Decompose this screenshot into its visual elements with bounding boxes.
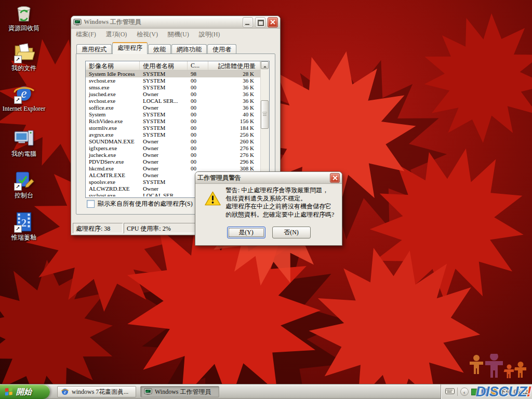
desktop-icon-video-player[interactable]: 2➚惟瑞萋釉 xyxy=(1,211,47,241)
task-label: windows 7花畫面眞... xyxy=(72,388,128,396)
show-all-users-label: 顯示來自所有使用者的處理程序(S) xyxy=(98,200,193,208)
task-manager-icon xyxy=(144,388,152,396)
desktop-icon-my-documents[interactable]: ➚我的文件 xyxy=(1,42,47,72)
menu-item[interactable]: 選項(O) xyxy=(106,30,127,39)
column-header[interactable]: 影像名稱 xyxy=(86,61,140,70)
table-row[interactable]: SOUNDMAN.EXEOwner00260 K xyxy=(86,138,260,145)
task-manager-titlebar[interactable]: Windows 工作管理員 xyxy=(71,16,280,29)
my-computer-icon xyxy=(13,127,35,149)
tab-4[interactable]: 使用者 xyxy=(207,44,236,54)
recycle-bin-icon xyxy=(13,2,35,23)
cell-mem: 40 K xyxy=(208,111,260,118)
column-header[interactable]: 使用者名稱 xyxy=(140,61,188,70)
cell-cpu: 00 xyxy=(188,111,208,118)
show-all-users-checkbox[interactable] xyxy=(87,200,95,208)
desktop-icon-control-panel[interactable]: ➚控制台 xyxy=(1,169,47,199)
cell-cpu: 00 xyxy=(188,125,208,131)
hide-icons-chevron-icon[interactable]: ‹ xyxy=(460,388,469,396)
desktop-icon-internet-explorer[interactable]: e➚Internet Explorer xyxy=(1,82,47,112)
svg-text:2: 2 xyxy=(21,217,27,229)
menu-item[interactable]: 檔案(F) xyxy=(76,30,96,39)
cell-cpu: 00 xyxy=(188,158,208,165)
tray-separator xyxy=(457,388,458,396)
table-row[interactable]: svchost.exeLOCAL SER...0036 K xyxy=(86,98,260,104)
cell-cpu: 00 xyxy=(188,145,208,152)
cell-cpu: 00 xyxy=(188,91,208,98)
task-label: Windows 工作管理員 xyxy=(155,388,211,396)
cell-mem: 36 K xyxy=(208,91,260,98)
column-header[interactable]: 記憶體使用量 xyxy=(208,61,260,70)
menu-item[interactable]: 說明(H) xyxy=(199,30,220,39)
menu-item[interactable]: 關機(U) xyxy=(168,30,189,39)
desktop-icon-label: 惟瑞萋釉 xyxy=(1,234,47,241)
table-row[interactable]: System Idle ProcessSYSTEM9828 K xyxy=(86,71,260,77)
taskbar-task-1[interactable]: Windows 工作管理員 xyxy=(140,386,219,397)
tab-3[interactable]: 網路功能 xyxy=(171,44,207,54)
taskbar-task-0[interactable]: ewindows 7花畫面眞... xyxy=(57,386,136,397)
dialog-close-button[interactable] xyxy=(330,173,340,183)
table-row[interactable]: soffice.exeOwner0036 K xyxy=(86,104,260,111)
table-row[interactable]: igfxpers.exeOwner00276 K xyxy=(86,145,260,152)
cell-name: spoolsv.exe xyxy=(86,179,140,185)
desktop-icon-label: 資源回收筒 xyxy=(1,24,47,32)
cell-mem: 28 K xyxy=(208,71,260,77)
taskbar-tasks: ewindows 7花畫面眞...Windows 工作管理員 xyxy=(57,386,219,397)
table-row[interactable]: avgrsx.exeSYSTEM00256 K xyxy=(86,131,260,138)
shortcut-arrow-icon: ➚ xyxy=(14,183,22,191)
tab-1[interactable]: 處理程序 xyxy=(112,42,148,54)
desktop-icon-recycle-bin[interactable]: 資源回收筒 xyxy=(1,2,47,32)
cell-cpu: 98 xyxy=(188,71,208,77)
cell-mem: 256 K xyxy=(208,131,260,138)
shortcut-arrow-icon: ➚ xyxy=(14,56,22,63)
cell-user: Owner xyxy=(140,165,188,172)
table-row[interactable]: smss.exeSYSTEM0036 K xyxy=(86,84,260,91)
dialog-titlebar[interactable]: 工作管理員警告 xyxy=(195,172,342,184)
table-row[interactable]: svchost.exeSYSTEM0036 K xyxy=(86,77,260,84)
cell-user: SYSTEM xyxy=(140,71,188,77)
table-row[interactable]: PDVDServ.exeOwner00296 K xyxy=(86,158,260,165)
internet-explorer-icon: e xyxy=(61,388,69,396)
maximize-button[interactable] xyxy=(255,17,265,28)
scrollbar-thumb[interactable] xyxy=(261,100,269,129)
keyboard-input-icon[interactable] xyxy=(445,387,455,396)
cell-mem: 296 K xyxy=(208,158,260,165)
table-row[interactable]: RichVideo.exeSYSTEM00156 K xyxy=(86,118,260,125)
minimize-button[interactable] xyxy=(243,17,253,28)
cell-name: avgrsx.exe xyxy=(86,131,140,138)
close-button[interactable] xyxy=(268,17,278,28)
cell-name: jusched.exe xyxy=(86,91,140,98)
table-row[interactable]: SystemSYSTEM0040 K xyxy=(86,111,260,118)
control-panel-icon: ➚ xyxy=(13,169,35,191)
cell-user: Owner xyxy=(140,145,188,152)
cell-user: Owner xyxy=(140,152,188,158)
cell-name: PDVDServ.exe xyxy=(86,158,140,165)
tab-0[interactable]: 應用程式 xyxy=(76,44,112,54)
no-button[interactable]: 否(N) xyxy=(272,227,311,238)
scroll-up-icon[interactable] xyxy=(261,61,269,69)
cell-cpu: 00 xyxy=(188,84,208,91)
table-row[interactable]: jucheck.exeOwner00276 K xyxy=(86,152,260,158)
cell-cpu: 00 xyxy=(188,152,208,158)
menu-bar: 檔案(F)選項(O)檢視(V)關機(U)說明(H) xyxy=(71,29,280,40)
desktop-icon-label: 我的電腦 xyxy=(1,150,47,157)
menu-item[interactable]: 檢視(V) xyxy=(137,30,158,39)
cell-user: SYSTEM xyxy=(140,77,188,84)
start-button[interactable]: 開始 xyxy=(0,384,50,399)
dialog-message: 警告: 中止處理程序會導致嚴重問題， 包括資料遺失及系統不穩定。 處理程序在中止… xyxy=(225,187,337,219)
yes-button[interactable]: 是(Y) xyxy=(227,227,265,238)
tab-2[interactable]: 效能 xyxy=(148,44,171,54)
warning-icon xyxy=(204,191,221,206)
family-figures-logo xyxy=(469,354,529,383)
desktop-icon-my-computer[interactable]: 我的電腦 xyxy=(1,127,47,157)
cell-mem: 276 K xyxy=(208,145,260,152)
cell-user: SYSTEM xyxy=(140,125,188,131)
table-row[interactable]: stormliv.exeSYSTEM00184 K xyxy=(86,125,260,131)
cell-mem: 36 K xyxy=(208,98,260,104)
cell-user: SYSTEM xyxy=(140,179,188,185)
table-row[interactable]: jusched.exeOwner0036 K xyxy=(86,91,260,98)
cell-mem: 36 K xyxy=(208,84,260,91)
window-title: Windows 工作管理員 xyxy=(84,18,241,26)
cell-user: LOCAL SER... xyxy=(140,192,188,196)
shortcut-arrow-icon: ➚ xyxy=(14,96,22,104)
column-header[interactable]: C... xyxy=(188,61,208,70)
